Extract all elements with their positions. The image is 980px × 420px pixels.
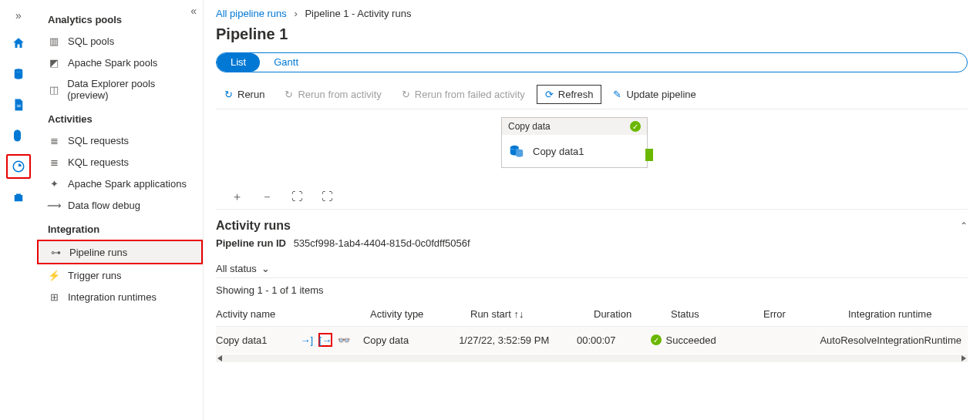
sidebar-item-trigger-runs[interactable]: ⚡Trigger runs [37,264,203,286]
run-id-label: Pipeline run ID [216,237,286,249]
sidebar-item-data-explorer[interactable]: ◫Data Explorer pools (preview) [37,73,203,106]
refresh-icon: ⟳ [545,89,554,100]
nav-data[interactable] [6,62,31,86]
edit-icon: ✎ [613,89,621,100]
sidebar-item-label: SQL requests [68,135,129,146]
nav-manage[interactable] [6,185,31,210]
refresh-icon: ↻ [224,89,233,100]
data-explorer-icon: ◫ [48,83,59,96]
fit-screen-icon[interactable]: ⛶ [322,190,333,204]
rerun-from-activity-button: ↻Rerun from activity [276,85,389,104]
pipeline-canvas[interactable]: Copy data ✓ Copy data1 ＋ － ⛶ ⛶ [216,109,968,210]
view-toggle-list[interactable]: List [217,53,260,72]
node-type: Copy data [508,121,551,132]
col-activity-name[interactable]: Activity name [216,308,370,320]
cell-activity-type: Copy data [363,334,459,346]
sql-requests-icon: ≣ [48,134,60,146]
cell-duration: 00:00:07 [577,334,651,346]
details-icon[interactable]: 👓 [337,333,351,347]
col-status[interactable]: Status [671,308,763,320]
activity-table: Activity name Activity type Run start ↑↓… [216,302,968,362]
chevron-right-icon: › [294,8,297,19]
output-icon[interactable]: [→ [318,333,332,347]
cell-runtime: AutoResolveIntegrationRuntime [820,334,968,346]
section-title: Activity runs [216,219,291,233]
activity-runs-header: Activity runs ⌃ [216,219,968,233]
filter-label: All status [216,263,257,274]
toolbar: ↻Rerun ↻Rerun from activity ↻Rerun from … [216,80,968,109]
node-body: Copy data1 [502,135,647,167]
run-id-row: Pipeline run ID 535cf998-1ab4-4404-815d-… [216,237,968,249]
svg-point-4 [516,150,523,153]
node-header: Copy data ✓ [502,118,647,135]
sidebar-item-pipeline-runs[interactable]: ⊶Pipeline runs [37,240,203,264]
sidebar-item-label: Data Explorer pools (preview) [67,78,192,101]
cell-run-start: 1/27/22, 3:52:59 PM [459,334,577,346]
page-title: Pipeline 1 [216,25,968,43]
copy-data-icon [508,143,525,160]
kql-requests-icon: ≣ [48,156,60,168]
expand-icon[interactable]: » [12,6,25,25]
col-error[interactable]: Error [763,308,848,320]
group-title: Integration [37,216,203,240]
sidebar-item-label: Apache Spark pools [68,57,157,69]
breadcrumb-current: Pipeline 1 - Activity runs [305,8,411,19]
sidebar-item-data-flow-debug[interactable]: ⟿Data flow debug [37,194,203,216]
nav-monitor[interactable] [6,154,31,179]
col-activity-type[interactable]: Activity type [370,308,470,320]
horizontal-scrollbar[interactable] [216,354,968,362]
trigger-runs-icon: ⚡ [48,269,60,281]
rerun-button[interactable]: ↻Rerun [216,85,273,104]
button-label: Rerun [237,89,264,100]
spark-pools-icon: ◩ [48,56,60,69]
zoom-reset-icon[interactable]: ⛶ [291,190,303,204]
col-duration[interactable]: Duration [594,308,671,320]
sidebar-item-label: SQL pools [68,35,114,47]
node-output-port[interactable] [645,149,653,161]
chevron-up-icon[interactable]: ⌃ [960,220,968,231]
sidebar-item-label: KQL requests [68,156,129,168]
activity-node[interactable]: Copy data ✓ Copy data1 [501,117,648,168]
button-label: Refresh [558,89,594,100]
refresh-icon: ↻ [285,89,293,100]
collapse-icon[interactable]: « [190,5,197,17]
col-integration-runtime[interactable]: Integration runtime [848,308,968,320]
sidebar-item-spark-apps[interactable]: ✦Apache Spark applications [37,173,203,194]
sidebar-item-label: Integration runtimes [68,291,157,303]
spark-apps-icon: ✦ [48,177,60,190]
status-filter[interactable]: All status ⌄ [216,260,968,278]
left-icon-bar: » [0,0,37,420]
nav-integrate[interactable] [6,123,31,148]
nav-develop[interactable] [6,92,31,117]
sidebar-item-spark-pools[interactable]: ◩Apache Spark pools [37,52,203,73]
refresh-icon: ↻ [402,89,410,100]
button-label: Rerun from activity [298,89,381,100]
success-icon: ✓ [630,121,641,132]
col-run-start[interactable]: Run start ↑↓ [470,308,594,320]
svg-rect-2 [15,195,23,201]
integration-runtimes-icon: ⊞ [48,291,60,303]
rerun-from-failed-button: ↻Rerun from failed activity [393,85,534,104]
result-count: Showing 1 - 1 of 1 items [216,284,968,296]
update-pipeline-button[interactable]: ✎Update pipeline [605,85,704,104]
sidebar-item-kql-requests[interactable]: ≣KQL requests [37,151,203,173]
zoom-in-icon[interactable]: ＋ [231,190,243,204]
view-toggle-gantt[interactable]: Gantt [260,53,312,72]
chevron-down-icon: ⌄ [261,263,270,274]
node-name: Copy data1 [533,146,584,157]
sidebar-item-integration-runtimes[interactable]: ⊞Integration runtimes [37,286,203,307]
input-icon[interactable]: →] [300,333,314,347]
breadcrumb-root[interactable]: All pipeline runs [216,8,287,19]
table-row[interactable]: Copy data1 →] [→ 👓 Copy data 1/27/22, 3:… [216,327,968,353]
nav-home[interactable] [6,31,31,55]
sidebar-item-label: Apache Spark applications [68,178,187,190]
refresh-button[interactable]: ⟳Refresh [537,85,602,104]
sidebar-item-sql-requests[interactable]: ≣SQL requests [37,129,203,151]
svg-point-0 [15,69,23,72]
sidebar-item-sql-pools[interactable]: ▥SQL pools [37,30,203,52]
sidebar-item-label: Pipeline runs [69,247,127,258]
sidebar: « Analytics pools ▥SQL pools ◩Apache Spa… [37,0,204,420]
table-header: Activity name Activity type Run start ↑↓… [216,302,968,327]
main-content: All pipeline runs › Pipeline 1 - Activit… [204,0,980,420]
zoom-out-icon[interactable]: － [261,190,273,204]
